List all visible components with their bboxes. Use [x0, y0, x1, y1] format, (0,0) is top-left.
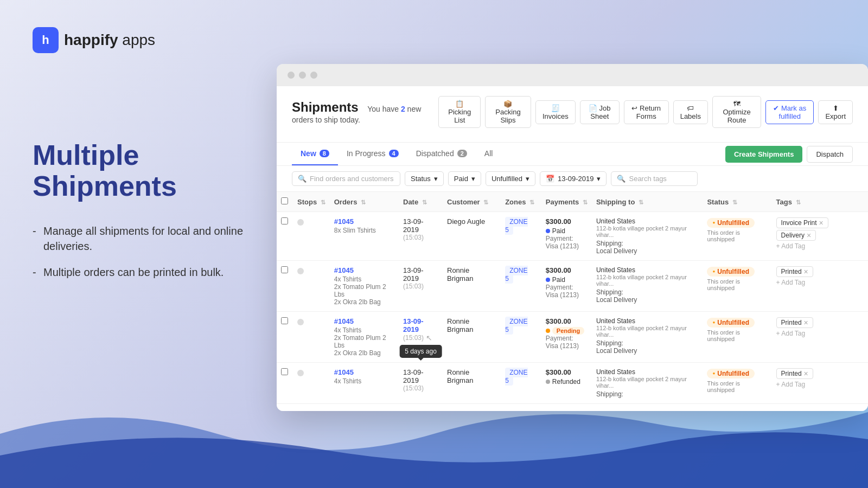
title-area: Shipments You have 2 new orders to ship … [292, 100, 438, 125]
refunded-dot [546, 380, 550, 384]
paid-filter[interactable]: Paid ▾ [448, 171, 481, 186]
ship-method: Shipping:Local Delivery [596, 339, 699, 355]
tag-remove-icon[interactable]: × [819, 219, 824, 227]
th-tags: Tags ⇅ [772, 192, 868, 212]
tag-remove-icon[interactable]: × [804, 268, 808, 275]
picking-list-btn[interactable]: 📋 Picking List [438, 96, 481, 128]
tab-all[interactable]: All [476, 143, 502, 165]
tab-new[interactable]: New 8 [292, 143, 338, 165]
order-items: 8x Slim Tshirts [334, 227, 394, 234]
order-cell: #1045 4x Tshirts2x Tomato Plum 2 Lbs2x O… [330, 261, 399, 312]
invoices-btn[interactable]: 🧾 Invoices [535, 100, 576, 124]
feature-list: Manage all shipments for local and onlin… [33, 223, 244, 280]
status-filter[interactable]: Status ▾ [405, 171, 444, 186]
add-tag-link[interactable]: + Add Tag [776, 279, 864, 286]
hero-title: MultipleShipments [33, 140, 244, 202]
app-header: Shipments You have 2 new orders to ship … [277, 86, 868, 143]
export-btn[interactable]: ⬆ Export [818, 100, 853, 124]
row-checkbox[interactable] [281, 266, 288, 273]
payment-cell: $300.00 Paid Payment: Visa (1213) [541, 212, 592, 261]
chevron-down-icon: ▾ [471, 175, 475, 183]
search-box[interactable]: 🔍 Find orders and customers [292, 171, 400, 186]
select-all-checkbox[interactable] [281, 197, 288, 204]
th-zones: Zones ⇅ [501, 192, 541, 212]
customer-cell: Diego Augle [443, 212, 501, 261]
payment-visa: Visa (1213) [546, 242, 588, 250]
paid-filter-label: Paid [454, 175, 468, 183]
amount: $300.00 [546, 317, 588, 325]
order-items: 4x Tshirts2x Tomato Plum 2 Lbs2x Okra 2l… [334, 275, 394, 306]
payment-cell: $300.00 Pending Payment: Visa (1213) [541, 312, 592, 363]
th-customer: Customer ⇅ [443, 192, 501, 212]
address-main: United States [596, 368, 699, 376]
tab-in-progress-badge: 4 [389, 150, 399, 157]
address-main: United States [596, 266, 699, 274]
order-link[interactable]: #1045 [334, 368, 354, 376]
order-date: 13-09-2019 [403, 266, 438, 282]
tab-in-progress-label: In Progress [347, 149, 386, 158]
chrome-dot-yellow [299, 72, 306, 79]
order-date: 13-09-2019 [403, 217, 438, 234]
add-tag-link[interactable]: + Add Tag [776, 242, 864, 250]
shipping-cell: United States 112-b kotla village pocket… [592, 363, 703, 404]
address-sub: 112-b kotla village pocket 2 mayur vihar… [596, 376, 699, 389]
date-cell: 13-09-2019 (15:03) [399, 261, 443, 312]
status-cell: Unfulfilled This order is unshipped [703, 212, 771, 261]
job-sheet-btn[interactable]: 📄 Job Sheet [580, 100, 620, 124]
order-count: 2 [401, 105, 405, 113]
date-filter[interactable]: 📅 13-09-2019 ▾ [540, 171, 607, 186]
tab-dispatched[interactable]: Dispatched 2 [407, 143, 476, 165]
status-note: This order is unshipped [707, 229, 767, 242]
order-link[interactable]: #1045 [334, 317, 354, 325]
labels-btn[interactable]: 🏷 Labels [673, 100, 708, 124]
stop-dot [297, 319, 304, 325]
ship-method: Shipping:Local Delivery [596, 240, 699, 255]
tag-remove-icon[interactable]: × [807, 232, 811, 239]
tags-cell: Invoice Print × Delivery × + Add Tag [772, 212, 868, 261]
tags-cell: Printed × + Add Tag [772, 261, 868, 312]
address-main: United States [596, 317, 699, 325]
mark-fulfilled-btn[interactable]: ✔ Mark as fulfilled [765, 100, 814, 124]
order-link[interactable]: #1045 [334, 217, 354, 226]
unfulfilled-filter-label: Unfulfilled [492, 175, 522, 183]
tags-cell: Printed × + Add Tag [772, 312, 868, 363]
tag-search-icon: 🔍 [617, 175, 626, 183]
payment-cell: $300.00 Refunded [541, 363, 592, 404]
order-cell: #1045 8x Slim Tshirts [330, 212, 399, 261]
amount: $300.00 [546, 368, 588, 376]
cursor-icon: ↖ [426, 333, 432, 342]
return-forms-btn[interactable]: ↩ Return Forms [624, 100, 669, 124]
add-tag-link[interactable]: + Add Tag [776, 330, 864, 337]
optimize-route-btn[interactable]: 🗺 Optimize Route [712, 96, 761, 128]
tag-search[interactable]: 🔍 Search tags [611, 171, 698, 186]
tag-remove-icon[interactable]: × [804, 370, 808, 377]
tab-new-label: New [301, 149, 316, 158]
th-stops: Stops ⇅ [293, 192, 330, 212]
row-checkbox[interactable] [281, 217, 288, 224]
payment-visa: Visa (1213) [546, 342, 588, 350]
paid-dot [546, 278, 550, 282]
address-sub: 112-b kotla village pocket 2 mayur vihar… [596, 225, 699, 238]
add-tag-link[interactable]: + Add Tag [776, 381, 864, 388]
unfulfilled-filter[interactable]: Unfulfilled ▾ [486, 171, 535, 186]
logo-icon: h [33, 27, 59, 53]
tab-new-badge: 8 [320, 150, 329, 157]
row-checkbox[interactable] [281, 317, 288, 324]
row-checkbox[interactable] [281, 368, 288, 375]
stop-dot [297, 370, 304, 376]
window-chrome [277, 64, 868, 86]
order-link[interactable]: #1045 [334, 266, 354, 274]
tab-in-progress[interactable]: In Progress 4 [338, 143, 407, 165]
amount: $300.00 [546, 266, 588, 274]
tab-all-label: All [484, 149, 493, 158]
tag-remove-icon[interactable]: × [804, 319, 808, 326]
dispatch-btn[interactable]: Dispatch [807, 146, 853, 163]
chevron-down-icon: ▾ [434, 175, 438, 183]
paid-dot [546, 229, 550, 233]
address-sub: 112-b kotla village pocket 2 mayur vihar… [596, 325, 699, 338]
amount: $300.00 [546, 217, 588, 226]
create-shipments-btn[interactable]: Create Shipments [725, 146, 803, 163]
th-orders: Orders ⇅ [330, 192, 399, 212]
tabs-actions: Create Shipments Dispatch [725, 146, 853, 163]
packing-slips-btn[interactable]: 📦 Packing Slips [485, 96, 531, 128]
